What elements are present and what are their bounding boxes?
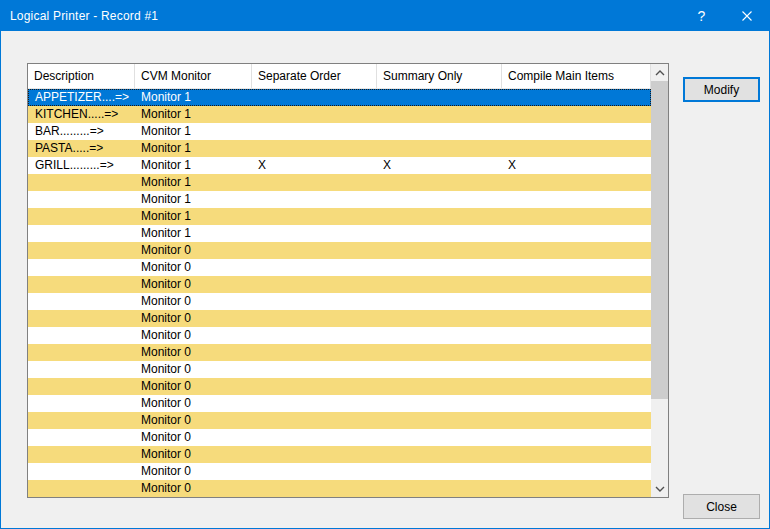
table-row[interactable]: Monitor 0 bbox=[28, 293, 651, 310]
table-row[interactable]: Monitor 0 bbox=[28, 361, 651, 378]
cell-compile-main-items bbox=[502, 276, 651, 293]
scrollbar-track[interactable] bbox=[651, 81, 668, 480]
cell-separate-order bbox=[252, 225, 377, 242]
table-row[interactable]: Monitor 0 bbox=[28, 276, 651, 293]
cell-cvm-monitor: Monitor 0 bbox=[135, 276, 252, 293]
cell-cvm-monitor: Monitor 0 bbox=[135, 327, 252, 344]
table-row[interactable]: Monitor 0 bbox=[28, 463, 651, 480]
scroll-up-button[interactable] bbox=[651, 64, 668, 81]
cell-separate-order bbox=[252, 361, 377, 378]
scroll-down-button[interactable] bbox=[651, 480, 668, 497]
column-header-separate-order[interactable]: Separate Order bbox=[252, 64, 377, 88]
table-row[interactable]: Monitor 0 bbox=[28, 446, 651, 463]
titlebar[interactable]: Logical Printer - Record #1 ? bbox=[1, 1, 769, 31]
table-row[interactable]: Monitor 0 bbox=[28, 259, 651, 276]
cell-cvm-monitor: Monitor 0 bbox=[135, 412, 252, 429]
table-row[interactable]: Monitor 0 bbox=[28, 310, 651, 327]
cell-cvm-monitor: Monitor 0 bbox=[135, 344, 252, 361]
cell-description bbox=[28, 259, 135, 276]
cell-compile-main-items bbox=[502, 123, 651, 140]
cell-description bbox=[28, 412, 135, 429]
cell-description bbox=[28, 225, 135, 242]
cell-cvm-monitor: Monitor 1 bbox=[135, 191, 252, 208]
cell-description bbox=[28, 480, 135, 497]
table-row[interactable]: Monitor 0 bbox=[28, 429, 651, 446]
cell-separate-order bbox=[252, 480, 377, 497]
cell-summary-only bbox=[377, 225, 502, 242]
cell-description bbox=[28, 242, 135, 259]
table-row[interactable]: Monitor 0 bbox=[28, 480, 651, 497]
cell-separate-order bbox=[252, 89, 377, 106]
table-row[interactable]: Monitor 1 bbox=[28, 225, 651, 242]
cell-separate-order bbox=[252, 140, 377, 157]
modify-button[interactable]: Modify bbox=[683, 77, 760, 102]
cell-cvm-monitor: Monitor 0 bbox=[135, 310, 252, 327]
table-row[interactable]: Monitor 0 bbox=[28, 395, 651, 412]
cell-description bbox=[28, 310, 135, 327]
table-row[interactable]: Monitor 1 bbox=[28, 208, 651, 225]
cell-compile-main-items bbox=[502, 378, 651, 395]
cell-description bbox=[28, 208, 135, 225]
cell-description bbox=[28, 327, 135, 344]
table-row[interactable]: Monitor 0 bbox=[28, 327, 651, 344]
table-row[interactable]: Monitor 1 bbox=[28, 191, 651, 208]
cell-compile-main-items bbox=[502, 327, 651, 344]
cell-summary-only bbox=[377, 259, 502, 276]
cell-separate-order bbox=[252, 259, 377, 276]
table-row[interactable]: GRILL.........=>Monitor 1XXX bbox=[28, 157, 651, 174]
chevron-up-icon bbox=[655, 70, 665, 76]
table-row[interactable]: BAR.........=>Monitor 1 bbox=[28, 123, 651, 140]
table-row[interactable]: Monitor 0 bbox=[28, 412, 651, 429]
cell-summary-only bbox=[377, 361, 502, 378]
window-title: Logical Printer - Record #1 bbox=[1, 9, 158, 23]
cell-summary-only bbox=[377, 446, 502, 463]
cell-summary-only bbox=[377, 293, 502, 310]
column-header-summary-only[interactable]: Summary Only bbox=[377, 64, 502, 88]
modify-button-label: Modify bbox=[704, 83, 739, 97]
table-row[interactable]: KITCHEN.....=>Monitor 1 bbox=[28, 106, 651, 123]
cell-separate-order bbox=[252, 208, 377, 225]
table-row[interactable]: Monitor 0 bbox=[28, 344, 651, 361]
cell-description: BAR.........=> bbox=[28, 123, 135, 140]
column-header-description[interactable]: Description bbox=[28, 64, 135, 88]
cell-separate-order bbox=[252, 429, 377, 446]
cell-description bbox=[28, 395, 135, 412]
cell-compile-main-items bbox=[502, 191, 651, 208]
cell-description bbox=[28, 378, 135, 395]
cell-cvm-monitor: Monitor 0 bbox=[135, 293, 252, 310]
cell-description bbox=[28, 429, 135, 446]
cell-cvm-monitor: Monitor 1 bbox=[135, 123, 252, 140]
column-header-cvm-monitor[interactable]: CVM Monitor bbox=[135, 64, 252, 88]
caption-buttons: ? bbox=[679, 1, 769, 31]
cell-cvm-monitor: Monitor 0 bbox=[135, 361, 252, 378]
table-row[interactable]: PASTA.....=>Monitor 1 bbox=[28, 140, 651, 157]
close-button[interactable]: Close bbox=[683, 494, 760, 519]
table-row[interactable]: APPETIZER....=>Monitor 1 bbox=[28, 89, 651, 106]
vertical-scrollbar[interactable] bbox=[651, 64, 668, 497]
table-row[interactable]: Monitor 0 bbox=[28, 242, 651, 259]
cell-summary-only bbox=[377, 242, 502, 259]
scrollbar-thumb[interactable] bbox=[651, 81, 668, 399]
column-header-compile-main-items[interactable]: Compile Main Items bbox=[502, 64, 651, 88]
cell-compile-main-items bbox=[502, 344, 651, 361]
cell-compile-main-items: X bbox=[502, 157, 651, 174]
cell-compile-main-items bbox=[502, 293, 651, 310]
cell-separate-order bbox=[252, 191, 377, 208]
cell-summary-only bbox=[377, 429, 502, 446]
cell-compile-main-items bbox=[502, 480, 651, 497]
cell-cvm-monitor: Monitor 0 bbox=[135, 395, 252, 412]
cell-summary-only bbox=[377, 327, 502, 344]
table-row[interactable]: Monitor 0 bbox=[28, 378, 651, 395]
cell-compile-main-items bbox=[502, 225, 651, 242]
close-window-button[interactable] bbox=[724, 1, 769, 31]
cell-summary-only bbox=[377, 480, 502, 497]
cell-summary-only bbox=[377, 344, 502, 361]
help-button[interactable]: ? bbox=[679, 1, 724, 31]
cell-description bbox=[28, 344, 135, 361]
dialog-logical-printer: Logical Printer - Record #1 ? Descriptio… bbox=[0, 0, 770, 529]
cell-compile-main-items bbox=[502, 463, 651, 480]
cell-description bbox=[28, 174, 135, 191]
table-row[interactable]: Monitor 1 bbox=[28, 174, 651, 191]
cell-separate-order bbox=[252, 395, 377, 412]
cell-summary-only bbox=[377, 412, 502, 429]
